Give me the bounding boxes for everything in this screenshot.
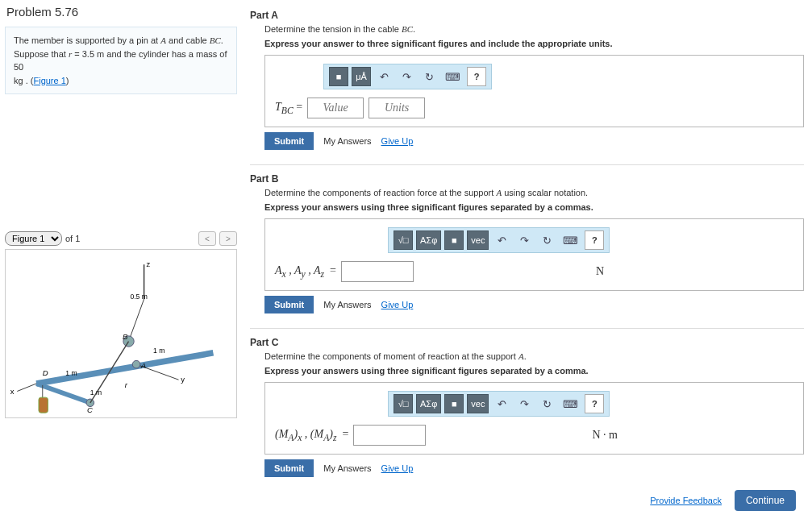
keyboard-icon[interactable]: ⌨	[560, 394, 581, 413]
svg-text:1 m: 1 m	[65, 369, 77, 377]
svg-line-5	[17, 384, 36, 392]
figure-next-button[interactable]: >	[219, 231, 237, 246]
part-a-my-answers[interactable]: My Answers	[323, 136, 371, 146]
figure-of-label: of 1	[65, 234, 195, 243]
greek-icon[interactable]: ΑΣφ	[416, 394, 441, 413]
help-icon[interactable]: ?	[585, 230, 604, 250]
template-icon[interactable]: ■	[444, 230, 464, 250]
part-a-give-up[interactable]: Give Up	[381, 136, 414, 146]
part-b-hint: Express your answers using three signifi…	[264, 202, 804, 212]
svg-line-2	[129, 299, 144, 341]
sqrt-icon[interactable]: √□	[394, 394, 413, 413]
part-a-label: Part A	[250, 10, 804, 21]
part-b-submit-button[interactable]: Submit	[264, 296, 314, 313]
desc-text: .	[221, 35, 223, 45]
provide-feedback-link[interactable]: Provide Feedback	[650, 496, 722, 505]
svg-point-10	[132, 360, 140, 368]
part-b-my-answers[interactable]: My Answers	[323, 300, 371, 309]
reset-icon[interactable]: ↻	[537, 230, 556, 250]
q-text: .	[413, 24, 415, 34]
figure-prev-button[interactable]: <	[198, 231, 216, 246]
svg-text:C: C	[87, 405, 93, 414]
problem-description: The member is supported by a pin at A an…	[5, 27, 237, 94]
keyboard-icon[interactable]: ⌨	[442, 67, 464, 86]
figure-link[interactable]: Figure 1	[33, 76, 65, 85]
q-text: using scalar notation.	[502, 188, 588, 197]
svg-line-0	[36, 353, 213, 384]
part-c-lhs: (MA)x , (MA)z =	[275, 428, 348, 443]
desc-text: )	[66, 76, 69, 85]
help-icon[interactable]: ?	[467, 67, 486, 86]
part-c-my-answers[interactable]: My Answers	[323, 463, 371, 473]
q-text: Determine the tension in the cable	[264, 24, 402, 34]
part-b-question: Determine the components of reaction for…	[264, 188, 804, 197]
desc-unit-kg: kg	[14, 76, 23, 85]
svg-rect-14	[39, 397, 48, 413]
help-icon[interactable]: ?	[585, 394, 604, 413]
template-icon[interactable]: ■	[444, 394, 464, 413]
svg-text:A: A	[140, 361, 146, 370]
part-c-answer-box: √□ ΑΣφ ■ vec ↶ ↷ ↻ ⌨ ? (MA)x , (MA)z = N…	[264, 382, 804, 455]
figure-select[interactable]: Figure 1	[5, 231, 62, 246]
part-a-value-input[interactable]	[307, 98, 364, 118]
redo-icon[interactable]: ↷	[514, 394, 534, 413]
part-c-question: Determine the components of moment of re…	[264, 351, 804, 361]
reset-icon[interactable]: ↻	[419, 67, 439, 86]
desc-text: and cable	[166, 35, 210, 45]
vec-icon[interactable]: vec	[467, 230, 489, 250]
sqrt-icon[interactable]: √□	[394, 230, 413, 250]
undo-icon[interactable]: ↶	[374, 67, 394, 86]
svg-text:r: r	[125, 380, 128, 389]
part-b-give-up[interactable]: Give Up	[381, 300, 414, 309]
problem-title: Problem 5.76	[0, 0, 242, 23]
separator	[250, 164, 804, 165]
svg-text:0.5 m: 0.5 m	[130, 293, 147, 301]
svg-text:D: D	[43, 368, 48, 377]
part-c-value-input[interactable]	[353, 425, 426, 446]
svg-text:z: z	[146, 260, 150, 268]
part-c-submit-button[interactable]: Submit	[264, 459, 314, 477]
keyboard-icon[interactable]: ⌨	[560, 230, 581, 250]
q-text: Determine the components of reaction for…	[264, 188, 496, 197]
part-c-give-up[interactable]: Give Up	[381, 463, 414, 473]
part-c-label: Part C	[250, 337, 804, 348]
desc-var-BC: BC	[210, 35, 221, 45]
part-b-toolbar: √□ ΑΣφ ■ vec ↶ ↷ ↻ ⌨ ?	[388, 227, 610, 253]
separator	[250, 328, 804, 329]
desc-var-A: A	[160, 35, 166, 45]
reset-icon[interactable]: ↻	[537, 394, 556, 413]
svg-text:1 m: 1 m	[90, 388, 102, 397]
desc-text: . (	[23, 76, 34, 85]
part-b-answer-box: √□ ΑΣφ ■ vec ↶ ↷ ↻ ⌨ ? Ax , Ay , Az = N	[264, 218, 804, 291]
redo-icon[interactable]: ↷	[397, 67, 416, 86]
svg-text:x: x	[10, 387, 15, 396]
redo-icon[interactable]: ↷	[514, 230, 534, 250]
svg-text:y: y	[181, 375, 185, 384]
part-b-label: Part B	[250, 173, 804, 185]
template-icon[interactable]: ■	[329, 67, 348, 86]
part-a-submit-button[interactable]: Submit	[264, 132, 314, 150]
continue-button[interactable]: Continue	[735, 490, 796, 511]
part-c-hint: Express your answers using three signifi…	[264, 366, 804, 376]
part-a-hint: Express your answer to three significant…	[264, 39, 804, 48]
part-c-unit: N · m	[592, 429, 618, 442]
greek-icon[interactable]: ΑΣφ	[416, 230, 441, 250]
undo-icon[interactable]: ↶	[492, 394, 511, 413]
q-text: Determine the components of moment of re…	[264, 351, 518, 361]
undo-icon[interactable]: ↶	[492, 230, 511, 250]
figure-nav: Figure 1 of 1 < >	[5, 231, 237, 246]
desc-text: Suppose that	[14, 49, 69, 59]
q-text: .	[524, 351, 527, 361]
part-a-lhs: TBC =	[275, 101, 302, 116]
part-a-answer-box: ■ μÅ ↶ ↷ ↻ ⌨ ? TBC =	[264, 55, 804, 127]
part-a-units-input[interactable]	[369, 98, 425, 118]
desc-text: The member is supported by a pin at	[14, 35, 160, 45]
part-a-question: Determine the tension in the cable BC.	[264, 24, 804, 34]
units-icon[interactable]: μÅ	[352, 67, 371, 86]
figure-box: z x y 0.5 m B A C D 1 m	[5, 249, 237, 418]
vec-icon[interactable]: vec	[467, 394, 489, 413]
desc-unit-m: m	[97, 49, 104, 59]
svg-text:1 m: 1 m	[153, 347, 164, 355]
part-b-value-input[interactable]	[341, 261, 414, 282]
part-b-lhs: Ax , Ay , Az =	[275, 264, 336, 280]
